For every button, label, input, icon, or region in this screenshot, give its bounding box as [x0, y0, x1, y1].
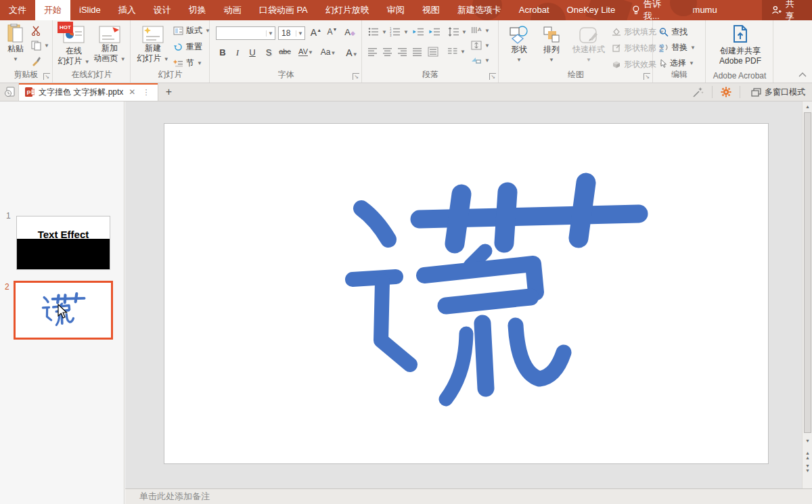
tab-islide[interactable]: iSlide — [70, 0, 110, 20]
change-case-button[interactable]: Aa▼ — [319, 47, 338, 57]
find-label: 查找 — [671, 26, 687, 38]
document-tab-title: 文字撞色 文字拆解.pptx — [39, 87, 123, 98]
paste-button[interactable]: 粘贴 ▼ — [3, 24, 28, 64]
magic-wand-icon[interactable] — [692, 87, 704, 98]
shapes-button[interactable]: 形状 ▼ — [505, 26, 533, 65]
copy-icon — [31, 41, 41, 51]
tab-review[interactable]: 审阅 — [378, 0, 413, 20]
slide-1-thumbnail[interactable]: Text Effect Text Effect — [16, 216, 110, 270]
new-animation-page-button[interactable]: 新加 动画页 ▼ — [93, 26, 127, 64]
tab-home[interactable]: 开始 — [35, 0, 70, 20]
align-center-button[interactable] — [383, 47, 392, 56]
paste-dropdown-arrow: ▼ — [13, 54, 18, 64]
copy-dropdown-arrow: ▼ — [44, 43, 49, 49]
document-tab-menu-icon[interactable]: ⋮ — [141, 88, 152, 97]
create-pdf-button[interactable]: 创建并共享 Adobe PDF — [712, 24, 769, 66]
bold-button[interactable]: B — [216, 47, 229, 58]
tab-design[interactable]: 设计 — [145, 0, 180, 20]
arrange-button[interactable]: 排列 ▼ — [537, 26, 566, 65]
select-label: 选择 — [670, 58, 686, 69]
previous-slide-button[interactable]: ▲▲ — [803, 451, 812, 460]
font-dialog-launcher[interactable]: ↘ — [353, 73, 359, 80]
online-slides-button[interactable]: HOT 在线 幻灯片 ▼ — [58, 26, 90, 67]
scroll-down-button[interactable]: ▼ — [803, 436, 812, 446]
tab-slideshow[interactable]: 幻灯片放映 — [317, 0, 378, 20]
multi-window-mode-button[interactable]: 多窗口模式 — [744, 87, 812, 98]
clear-formatting-button[interactable]: A◆ — [343, 27, 357, 37]
increase-indent-button[interactable] — [429, 27, 440, 37]
justify-icon — [413, 47, 422, 56]
tab-pocket-animation[interactable]: 口袋动画 PA — [250, 0, 317, 20]
layout-icon — [173, 26, 183, 35]
quick-styles-button[interactable]: 快速样式 ▼ — [570, 26, 608, 65]
shapes-label: 形状 — [511, 45, 527, 55]
numbering-button[interactable]: 123 ▼ — [390, 27, 409, 37]
align-text-button[interactable]: ▼ — [471, 41, 490, 50]
tab-file[interactable]: 文件 — [0, 0, 35, 20]
line-spacing-button[interactable]: ▼ — [448, 27, 467, 37]
distribute-button[interactable] — [428, 47, 438, 57]
justify-button[interactable] — [413, 47, 422, 56]
tab-transitions[interactable]: 切换 — [180, 0, 215, 20]
tab-acrobat[interactable]: Acrobat — [510, 0, 558, 20]
tab-onekey-lite[interactable]: OneKey Lite — [558, 0, 625, 20]
layout-button[interactable]: 版式▼ — [173, 25, 210, 37]
underline-button[interactable]: U — [246, 47, 259, 58]
slide-editing-area[interactable] — [164, 123, 769, 464]
columns-button[interactable]: ▼ — [448, 47, 466, 56]
cut-button[interactable] — [31, 26, 41, 36]
tab-new-tab[interactable]: 新建选项卡 — [449, 0, 510, 20]
character-spacing-button[interactable]: AV▼ — [296, 47, 316, 55]
strikethrough-button[interactable]: abc — [277, 47, 293, 55]
font-size-dropdown[interactable]: ▼ — [296, 30, 304, 37]
scrollbar-thumb[interactable] — [804, 112, 811, 433]
clipboard-dialog-launcher[interactable]: ↘ — [43, 73, 50, 80]
tell-me-box[interactable]: 告诉我... — [624, 0, 684, 20]
replace-button[interactable]: abac 替换▼ — [659, 42, 696, 53]
grow-font-button[interactable]: A▲ — [309, 27, 323, 38]
settings-gear-icon[interactable] — [721, 87, 731, 97]
find-button[interactable]: 查找 — [659, 26, 687, 38]
format-painter-button[interactable] — [31, 56, 41, 66]
decrease-indent-button[interactable] — [413, 27, 424, 37]
tab-animations[interactable]: 动画 — [215, 0, 250, 20]
copy-button[interactable]: ▼ — [31, 41, 49, 51]
text-shadow-button[interactable]: S — [262, 47, 275, 58]
scroll-up-button[interactable]: ▲ — [803, 101, 812, 112]
section-button[interactable]: 节▼ — [173, 58, 202, 69]
bullets-button[interactable]: ▼ — [368, 27, 387, 37]
recent-docs-button[interactable] — [0, 83, 19, 101]
font-size-combo[interactable]: 18 ▼ — [278, 26, 305, 40]
font-name-dropdown[interactable]: ▼ — [266, 30, 275, 37]
notes-pane[interactable]: 单击此处添加备注 — [125, 488, 812, 504]
editing-canvas[interactable] — [125, 101, 802, 488]
shrink-font-button[interactable]: A▼ — [325, 27, 339, 37]
next-slide-button[interactable]: ▼▼ — [803, 463, 812, 473]
document-tab-active[interactable]: P 文字撞色 文字拆解.pptx ✕ ⋮ — [19, 83, 158, 101]
font-color-button[interactable]: A▼ — [343, 47, 361, 58]
italic-button[interactable]: I — [231, 47, 244, 58]
group-label-slides: 幻灯片 — [131, 69, 209, 81]
text-direction-button[interactable]: A ▼ — [471, 26, 490, 35]
svg-text:ab: ab — [659, 43, 664, 48]
user-name[interactable]: mumu mumuji... — [685, 0, 762, 20]
document-tab-bar: P 文字撞色 文字拆解.pptx ✕ ⋮ + — [0, 83, 812, 101]
collapse-ribbon-chevron[interactable] — [798, 72, 807, 77]
share-button[interactable]: 共享 — [762, 0, 812, 20]
paragraph-dialog-launcher[interactable]: ↘ — [489, 73, 496, 80]
group-label-paragraph: 段落 — [363, 69, 498, 81]
tab-view[interactable]: 视图 — [413, 0, 449, 20]
new-document-tab-button[interactable]: + — [158, 83, 179, 101]
reset-button[interactable]: 重置 — [173, 41, 202, 53]
ppt-file-icon: P — [25, 87, 35, 97]
new-slide-button[interactable]: 新建 幻灯片 ▼ — [137, 26, 169, 64]
document-tab-close-icon[interactable]: ✕ — [127, 87, 137, 97]
convert-smartart-button[interactable]: ▼ — [471, 55, 490, 65]
font-name-combo[interactable]: ▼ — [216, 26, 275, 40]
tab-insert[interactable]: 插入 — [110, 0, 145, 20]
align-left-button[interactable] — [368, 47, 378, 56]
slide-2-thumbnail-selected[interactable] — [14, 281, 113, 340]
select-button[interactable]: 选择▼ — [659, 58, 694, 69]
align-right-button[interactable] — [398, 47, 407, 56]
drawing-dialog-launcher[interactable]: ↘ — [644, 73, 650, 80]
